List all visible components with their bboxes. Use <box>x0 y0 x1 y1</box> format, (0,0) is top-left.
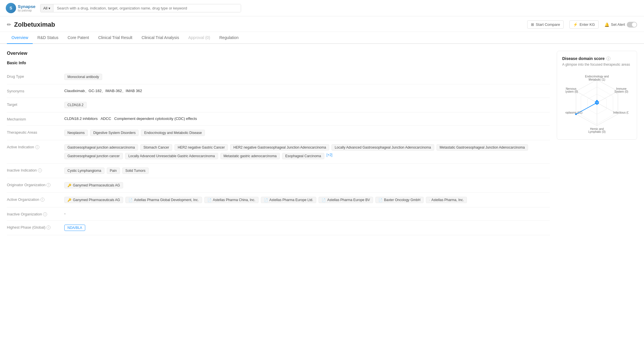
row-mechanism: Mechanism CLDN18.2 inhibitors ADCC Compl… <box>7 112 550 126</box>
org-tag-astellas-global: 📄 Astellas Pharma Global Development, In… <box>125 197 202 203</box>
drug-header: ✏ Zolbetuximab ⊞ Start Compare ⚡ Enter K… <box>0 16 644 32</box>
tag-gej-cancer: Gastroesophageal junction cancer <box>64 153 123 159</box>
doc-icon-1: 📄 <box>129 198 133 202</box>
label-highest-phase: Highest Phase (Global) i <box>7 225 64 229</box>
org-tag-baxter: 📄 Baxter Oncology GmbH <box>375 197 424 203</box>
key-icon: 🔑 <box>67 184 71 187</box>
radar-label-lymphatic: Lymphatic (0) <box>588 130 606 133</box>
value-mechanism: CLDN18.2 inhibitors ADCC Complement depe… <box>64 116 550 121</box>
value-drug-type: Monoclonal antibody <box>64 74 550 80</box>
value-synonyms: Claudiximab、GC-182、IMAB-362、IMAB 362 <box>64 88 550 94</box>
radar-label-metabolic: Metabolic (1) <box>589 78 605 81</box>
alert-icon: 🔔 <box>604 22 609 27</box>
value-inactive-indication: Cystic Lymphangioma Pain Solid Tumors <box>64 168 550 174</box>
pencil-icon: ✏ <box>7 22 11 28</box>
search-filter[interactable]: All <box>40 4 241 12</box>
start-compare-button[interactable]: ⊞ Start Compare <box>527 20 564 29</box>
org-name-astellas-china: Astellas Pharma China, Inc. <box>213 198 255 202</box>
org-tag-ganymed-active: 🔑 Ganymed Pharmaceuticals AG <box>64 197 123 203</box>
label-synonyms: Synonyms <box>7 88 64 93</box>
chevron-down-icon <box>49 6 50 10</box>
tab-overview[interactable]: Overview <box>7 32 33 44</box>
org-name-astellas-inc: Astellas Pharma, Inc. <box>431 198 464 202</box>
radar-label-neoplasms: Neoplasms (11) <box>565 111 582 114</box>
doc-icon-4: 📄 <box>322 198 326 202</box>
main-content: Overview Basic Info Drug Type Monoclonal… <box>0 44 644 242</box>
tag-metastatic-gastric: Metastatic gastric adenocarcinoma <box>220 153 280 159</box>
radar-label-immune2: System (0) <box>614 90 628 93</box>
label-inactive-org: Inactive Organization i <box>7 211 64 216</box>
key-icon-2: 🔑 <box>67 198 71 202</box>
org-name-ganymed-active: Ganymed Pharmaceuticals AG <box>73 198 120 202</box>
doc-icon-2: 📄 <box>207 198 212 202</box>
label-target: Target <box>7 102 64 107</box>
value-active-org: 🔑 Ganymed Pharmaceuticals AG 📄 Astellas … <box>64 197 550 203</box>
tab-rd-status[interactable]: R&D Status <box>33 32 63 44</box>
subsection-title: Basic Info <box>7 61 550 65</box>
logo-text: Synapse by patsnap <box>18 4 36 12</box>
value-inactive-org: - <box>64 211 550 216</box>
logo-bypatsnap: by patsnap <box>18 9 36 12</box>
alert-label: Set Alert <box>611 22 625 27</box>
tab-core-patent[interactable]: Core Patent <box>63 32 94 44</box>
info-icon-inactive-indication[interactable]: i <box>38 168 42 172</box>
search-input[interactable] <box>53 4 241 12</box>
nav-tabs: Overview R&D Status Core Patent Clinical… <box>0 32 644 44</box>
tab-trial-result[interactable]: Clinical Trial Result <box>94 32 137 44</box>
org-tag-astellas-europe-bv: 📄 Astellas Pharma Europe BV <box>319 197 373 203</box>
header-actions: ⊞ Start Compare ⚡ Enter KG 🔔 Set Alert <box>527 20 637 29</box>
enter-kg-button[interactable]: ⚡ Enter KG <box>569 20 598 29</box>
label-mechanism: Mechanism <box>7 116 64 121</box>
info-icon-originator[interactable]: i <box>46 183 51 187</box>
label-therapeutic-areas: Therapeutic Areas <box>7 130 64 135</box>
label-originator-org: Originator Organization i <box>7 182 64 187</box>
label-inactive-indication: Inactive Indication i <box>7 168 64 172</box>
tag-cldn18: CLDN18.2 <box>64 102 87 108</box>
tab-regulation[interactable]: Regulation <box>215 32 243 44</box>
info-icon-active-indication[interactable]: i <box>35 145 39 149</box>
top-bar: S Synapse by patsnap All <box>0 0 644 16</box>
more-indications-link[interactable]: [+2] <box>327 153 332 157</box>
org-tag-astellas-china: 📄 Astellas Pharma China, Inc. <box>204 197 259 203</box>
value-originator-org: 🔑 Ganymed Pharmaceuticals AG <box>64 182 550 188</box>
info-icon-highest-phase[interactable]: i <box>46 225 51 229</box>
org-name-astellas-europe-ltd: Astellas Pharma Europe Ltd. <box>269 198 313 202</box>
row-inactive-org: Inactive Organization i - <box>7 207 550 221</box>
org-tag-astellas-europe-ltd: 📄 Astellas Pharma Europe Ltd. <box>261 197 317 203</box>
info-icon-active-org[interactable]: i <box>40 198 44 202</box>
radar-label-infectious: Infectious (0) <box>613 111 629 114</box>
tag-her2-gej: HER2 negative Gastroesophageal Junction … <box>230 144 329 151</box>
row-highest-phase: Highest Phase (Global) i NDA/BLA <box>7 221 550 235</box>
tab-trial-analysis[interactable]: Clinical Trial Analysis <box>137 32 184 44</box>
row-drug-type: Drug Type Monoclonal antibody <box>7 70 550 84</box>
tag-solid-tumors: Solid Tumors <box>122 168 149 174</box>
compare-icon: ⊞ <box>531 22 534 27</box>
svg-point-14 <box>596 100 598 102</box>
radar-label-nervous2: System (0) <box>565 90 578 93</box>
filter-dropdown[interactable]: All <box>40 4 53 12</box>
tag-digestive: Digestive System Disorders <box>90 130 139 136</box>
row-inactive-indication: Inactive Indication i Cystic Lymphangiom… <box>7 164 550 178</box>
info-icon-inactive-org[interactable]: i <box>43 212 47 216</box>
tag-stomach-cancer: Stomach Cancer <box>140 144 172 151</box>
row-active-org: Active Organization i 🔑 Ganymed Pharmace… <box>7 193 550 207</box>
row-active-indication: Active Indication i Gastroesophageal jun… <box>7 140 550 164</box>
toggle-knob <box>632 22 637 27</box>
value-target: CLDN18.2 <box>64 102 550 108</box>
text-synonyms: Claudiximab、GC-182、IMAB-362、IMAB 362 <box>64 88 142 94</box>
tag-cystic: Cystic Lymphangioma <box>64 168 104 174</box>
alert-toggle[interactable] <box>627 22 637 28</box>
doc-icon-5: 📄 <box>379 198 383 202</box>
drug-name: Zolbetuximab <box>14 21 55 28</box>
content-left: Overview Basic Info Drug Type Monoclonal… <box>7 51 550 235</box>
section-title: Overview <box>7 51 550 56</box>
tag-gej-adeno: Gastroesophageal junction adenocarcinoma <box>64 144 138 151</box>
tag-endocrinology: Endocrinology and Metabolic Disease <box>141 130 205 136</box>
row-target: Target CLDN18.2 <box>7 98 550 112</box>
disease-info-icon[interactable]: i <box>606 57 610 61</box>
phase-badge-nda: NDA/BLA <box>64 225 85 231</box>
label-active-indication: Active Indication i <box>7 144 64 149</box>
tag-pain: Pain <box>107 168 120 174</box>
org-tag-ganymed-originator: 🔑 Ganymed Pharmaceuticals AG <box>64 182 123 188</box>
text-inactive-org: - <box>64 211 65 216</box>
